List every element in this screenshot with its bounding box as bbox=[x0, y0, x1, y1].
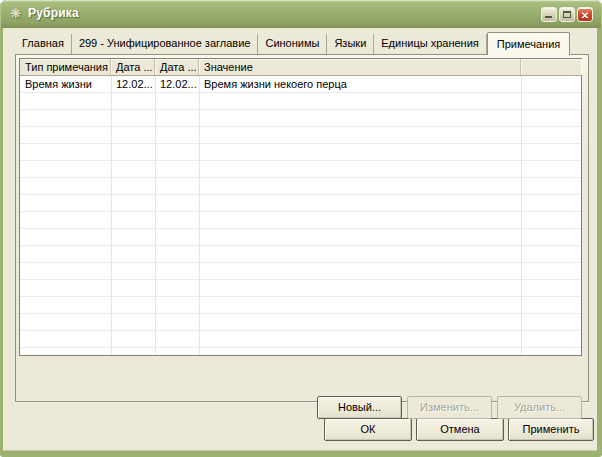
cell-blank bbox=[521, 76, 581, 93]
maximize-icon bbox=[563, 11, 571, 18]
cell-date-end: 12.02... bbox=[155, 76, 199, 93]
ok-button[interactable]: ОК bbox=[324, 418, 412, 441]
minimize-icon bbox=[545, 16, 552, 18]
app-icon: ❋ bbox=[8, 6, 24, 22]
tab-notes[interactable]: Примечания bbox=[487, 32, 571, 55]
notes-tab-page: Тип примечания Дата ... Дата ... Значени… bbox=[15, 54, 589, 402]
rubric-dialog-window: ❋ Рубрика ✕ Главная 299 - Унифицированно… bbox=[0, 0, 602, 457]
column-header-date-end[interactable]: Дата ... bbox=[155, 59, 199, 75]
edit-button[interactable]: Изменить... bbox=[407, 396, 492, 419]
new-button[interactable]: Новый... bbox=[317, 396, 402, 419]
table-row[interactable]: Время жизни 12.02... 12.02... Время жизн… bbox=[20, 76, 581, 93]
cell-value: Время жизни некоего перца bbox=[199, 76, 521, 93]
delete-button[interactable]: Удалить... bbox=[497, 396, 582, 419]
window-title: Рубрика bbox=[28, 6, 79, 20]
grid-vline bbox=[111, 76, 112, 355]
tab-languages[interactable]: Языки bbox=[327, 34, 374, 54]
cell-date-start: 12.02... bbox=[111, 76, 155, 93]
tab-main[interactable]: Главная bbox=[15, 34, 72, 54]
tab-299-unified-title[interactable]: 299 - Унифицированное заглавие bbox=[72, 34, 259, 54]
column-header-note-type[interactable]: Тип примечания bbox=[20, 59, 111, 75]
minimize-button[interactable] bbox=[541, 7, 557, 22]
tab-storage-units[interactable]: Единицы хранения bbox=[374, 34, 487, 54]
grid-vline bbox=[155, 76, 156, 355]
grid-vline bbox=[521, 76, 522, 355]
grid-vline bbox=[199, 76, 200, 355]
table-body[interactable]: Время жизни 12.02... 12.02... Время жизн… bbox=[20, 76, 581, 355]
notes-table: Тип примечания Дата ... Дата ... Значени… bbox=[19, 58, 582, 356]
column-header-date-start[interactable]: Дата ... bbox=[111, 59, 155, 75]
tab-strip: Главная 299 - Унифицированное заглавие С… bbox=[15, 31, 570, 54]
close-icon: ✕ bbox=[578, 9, 592, 22]
close-button[interactable]: ✕ bbox=[577, 7, 593, 22]
apply-button[interactable]: Применить bbox=[508, 418, 594, 441]
table-header-row: Тип примечания Дата ... Дата ... Значени… bbox=[20, 59, 581, 76]
tab-synonyms[interactable]: Синонимы bbox=[258, 34, 327, 54]
column-header-value[interactable]: Значение bbox=[199, 59, 521, 75]
cancel-button[interactable]: Отмена bbox=[416, 418, 504, 441]
column-header-blank[interactable] bbox=[521, 59, 581, 75]
dialog-body: Главная 299 - Унифицированное заглавие С… bbox=[3, 28, 597, 451]
cell-note-type: Время жизни bbox=[20, 76, 111, 93]
caption-buttons: ✕ bbox=[541, 7, 593, 22]
maximize-button[interactable] bbox=[559, 7, 575, 22]
title-bar[interactable]: ❋ Рубрика ✕ bbox=[0, 0, 602, 28]
